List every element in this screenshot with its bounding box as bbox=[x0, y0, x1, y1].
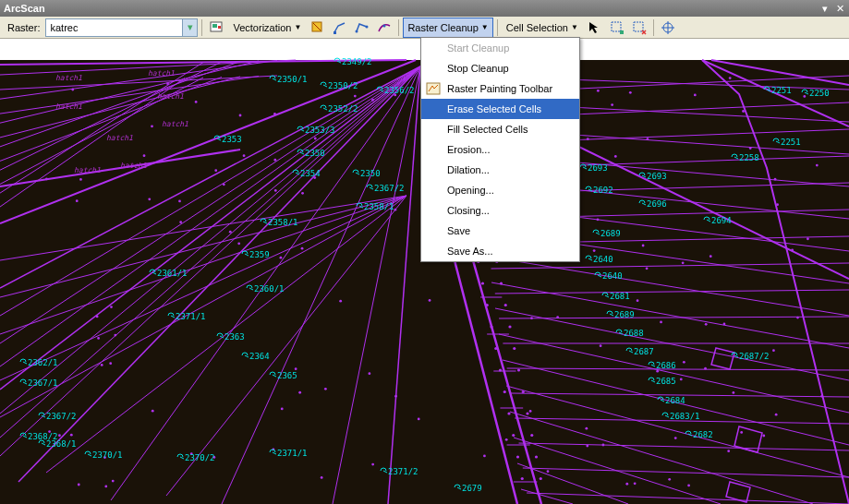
svg-text:2365: 2365 bbox=[277, 371, 297, 380]
svg-point-221 bbox=[597, 90, 600, 92]
svg-point-240 bbox=[516, 455, 519, 458]
cell-selection-menu[interactable]: Cell Selection ▼ bbox=[502, 18, 583, 38]
svg-point-169 bbox=[483, 454, 486, 457]
menu-item-icon bbox=[423, 243, 443, 259]
svg-point-115 bbox=[76, 199, 79, 202]
svg-point-241 bbox=[521, 477, 524, 480]
svg-rect-314 bbox=[427, 83, 440, 94]
raster-input[interactable] bbox=[46, 22, 182, 33]
menu-item-closing[interactable]: Closing... bbox=[421, 200, 579, 221]
svg-point-218 bbox=[732, 391, 734, 394]
menu-item-erosion[interactable]: Erosion... bbox=[421, 139, 579, 160]
trace-poly-button[interactable] bbox=[352, 18, 372, 38]
svg-text:2689: 2689 bbox=[600, 229, 621, 238]
svg-point-125 bbox=[321, 476, 323, 479]
hatch-label: hatch1 bbox=[157, 92, 184, 101]
hatch-label: hatch1 bbox=[55, 102, 82, 111]
svg-point-205 bbox=[816, 164, 819, 167]
layer-properties-button[interactable] bbox=[206, 18, 226, 38]
svg-rect-8 bbox=[612, 22, 621, 31]
clear-selection-button[interactable] bbox=[629, 18, 649, 38]
trace-line-button[interactable] bbox=[330, 18, 350, 38]
svg-point-152 bbox=[280, 257, 283, 259]
svg-point-212 bbox=[796, 317, 799, 319]
svg-text:2350/1: 2350/1 bbox=[277, 75, 308, 84]
menu-item-fill-selected-cells[interactable]: Fill Selected Cells bbox=[421, 119, 579, 139]
svg-text:2368/1: 2368/1 bbox=[46, 439, 77, 449]
menu-item-dilation[interactable]: Dilation... bbox=[421, 160, 579, 180]
menu-item-label: Dilation... bbox=[447, 164, 490, 175]
svg-point-114 bbox=[71, 89, 74, 91]
svg-point-206 bbox=[656, 370, 659, 373]
svg-point-150 bbox=[394, 209, 396, 211]
svg-point-108 bbox=[195, 101, 198, 103]
menu-item-icon bbox=[423, 162, 443, 178]
shape-recognition-button[interactable] bbox=[374, 18, 394, 38]
raster-cleanup-menu[interactable]: Raster Cleanup ▼ bbox=[403, 18, 492, 38]
vectorization-menu[interactable]: Vectorization ▼ bbox=[228, 18, 306, 38]
toolbar-separator bbox=[497, 19, 498, 36]
menu-item-raster-painting-toolbar[interactable]: Raster Painting Toolbar bbox=[421, 78, 579, 99]
svg-point-122 bbox=[371, 463, 374, 466]
svg-point-174 bbox=[774, 178, 777, 181]
svg-point-133 bbox=[112, 480, 115, 483]
svg-point-134 bbox=[274, 189, 277, 192]
select-cells-button[interactable] bbox=[607, 18, 627, 38]
svg-point-195 bbox=[505, 438, 508, 441]
svg-text:2689: 2689 bbox=[614, 310, 635, 319]
vectorization-label: Vectorization bbox=[233, 22, 291, 33]
svg-point-119 bbox=[214, 169, 217, 172]
close-icon[interactable]: ✕ bbox=[834, 3, 845, 14]
svg-point-202 bbox=[629, 91, 632, 94]
svg-point-199 bbox=[634, 482, 637, 485]
menu-item-save[interactable]: Save bbox=[421, 221, 579, 241]
svg-point-130 bbox=[97, 337, 100, 340]
svg-point-194 bbox=[593, 249, 596, 252]
hatch-label: hatch1 bbox=[162, 120, 188, 128]
snap-button[interactable] bbox=[658, 18, 678, 38]
menu-item-stop-cleanup[interactable]: Stop Cleanup bbox=[421, 58, 579, 78]
select-connected-button[interactable] bbox=[585, 18, 605, 38]
svg-point-124 bbox=[394, 395, 397, 398]
menu-item-erase-selected-cells[interactable]: Erase Selected Cells bbox=[421, 99, 579, 119]
hatch-label: hatch1 bbox=[106, 134, 133, 142]
svg-point-121 bbox=[110, 306, 113, 308]
svg-point-156 bbox=[273, 159, 276, 162]
svg-point-129 bbox=[418, 418, 420, 421]
svg-point-173 bbox=[646, 267, 649, 270]
menu-item-label: Save bbox=[447, 225, 470, 236]
svg-text:2356/2: 2356/2 bbox=[384, 86, 415, 95]
svg-point-254 bbox=[508, 325, 511, 328]
svg-text:2364: 2364 bbox=[249, 352, 270, 361]
svg-point-164 bbox=[705, 323, 708, 326]
raster-combo[interactable]: ▾ bbox=[45, 18, 198, 37]
svg-rect-1 bbox=[212, 24, 217, 28]
svg-point-253 bbox=[504, 304, 507, 306]
svg-point-214 bbox=[704, 367, 707, 370]
svg-point-175 bbox=[642, 245, 645, 247]
menu-item-save-as[interactable]: Save As... bbox=[421, 241, 579, 261]
hatch-label: hatch1 bbox=[148, 69, 175, 78]
svg-text:2640: 2640 bbox=[602, 271, 623, 281]
svg-point-183 bbox=[727, 450, 730, 452]
svg-text:2687/2: 2687/2 bbox=[739, 352, 770, 361]
svg-rect-2 bbox=[218, 26, 221, 29]
menu-item-label: Erosion... bbox=[447, 144, 490, 155]
vectorization-settings-button[interactable] bbox=[308, 18, 328, 38]
svg-point-236 bbox=[499, 368, 502, 371]
svg-text:2350: 2350 bbox=[360, 169, 381, 178]
svg-text:2258: 2258 bbox=[739, 153, 759, 162]
svg-point-131 bbox=[229, 231, 232, 234]
menu-item-icon bbox=[423, 80, 443, 97]
menu-item-opening[interactable]: Opening... bbox=[421, 180, 579, 200]
svg-text:2371/1: 2371/1 bbox=[277, 449, 308, 458]
window-menu-icon[interactable]: ▾ bbox=[819, 3, 831, 14]
menu-item-icon bbox=[423, 40, 443, 56]
svg-point-142 bbox=[295, 367, 297, 370]
svg-point-193 bbox=[729, 77, 732, 79]
select-cursor-icon bbox=[588, 20, 602, 35]
svg-text:2350/2: 2350/2 bbox=[328, 81, 358, 90]
toolbar-separator bbox=[201, 19, 202, 36]
svg-text:2358/1: 2358/1 bbox=[268, 218, 298, 227]
chevron-down-icon[interactable]: ▾ bbox=[182, 19, 197, 36]
